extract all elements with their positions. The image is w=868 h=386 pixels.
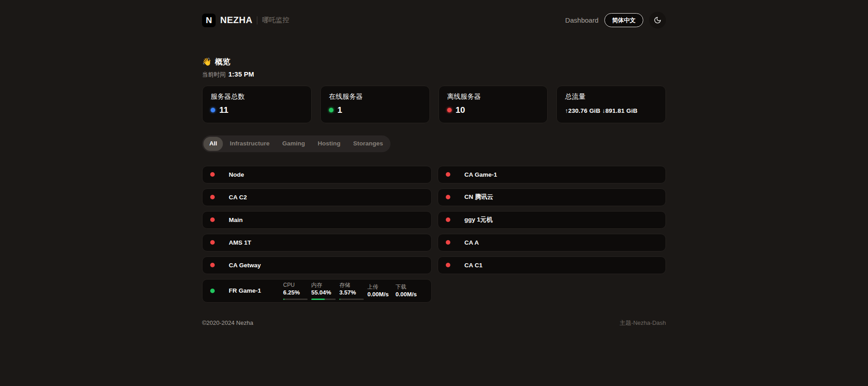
upload-value: 0.00M/s xyxy=(367,290,392,299)
page-footer: ©2020-2024 Nezha 主题-Nezha-Dash xyxy=(202,319,666,327)
cpu-stat: CPU 6.25% xyxy=(283,282,308,300)
server-row-main[interactable]: Main xyxy=(202,211,432,229)
server-name: CN 腾讯云 xyxy=(464,193,493,201)
memory-progress-bar xyxy=(311,299,336,300)
tab-gaming[interactable]: Gaming xyxy=(276,137,311,151)
overview-title-text: 概览 xyxy=(215,57,230,67)
server-row-ca-a[interactable]: CA A xyxy=(438,234,666,251)
nav-dashboard-link[interactable]: Dashboard xyxy=(565,16,598,24)
download-value: 0.00M/s xyxy=(395,290,420,299)
theme-toggle-button[interactable] xyxy=(649,12,666,29)
server-name: CA Game-1 xyxy=(464,171,497,178)
current-time-line: 当前时间 1:35 PM xyxy=(202,70,666,79)
offline-status-dot xyxy=(210,195,215,199)
offline-status-dot xyxy=(210,172,215,177)
server-row-node[interactable]: Node xyxy=(202,166,432,183)
current-time-value: 1:35 PM xyxy=(228,70,254,78)
server-row-ca-c1[interactable]: CA C1 xyxy=(438,256,666,274)
offline-status-dot xyxy=(446,240,450,245)
cpu-value: 6.25% xyxy=(283,289,308,297)
stat-label: 在线服务器 xyxy=(329,92,421,101)
theme-credit-link[interactable]: 主题-Nezha-Dash xyxy=(619,319,666,327)
storage-value: 3.57% xyxy=(339,289,364,297)
cpu-progress-bar xyxy=(283,299,308,300)
stat-value: 10 xyxy=(456,105,465,115)
memory-value: 55.04% xyxy=(311,289,336,297)
stat-card-online-servers[interactable]: 在线服务器 1 xyxy=(320,86,430,123)
upload-label: 上传 xyxy=(367,284,392,290)
server-row-ca-game-1[interactable]: CA Game-1 xyxy=(438,166,666,183)
language-button[interactable]: 简体中文 xyxy=(604,13,643,28)
upload-stat: 上传 0.00M/s xyxy=(367,284,392,299)
offline-status-dot xyxy=(210,263,215,267)
offline-status-dot xyxy=(210,217,215,222)
storage-label: 存储 xyxy=(339,282,364,289)
wave-emoji: 👋 xyxy=(202,57,212,67)
header-actions: Dashboard 简体中文 xyxy=(565,12,666,29)
stat-label: 总流量 xyxy=(565,92,657,101)
server-list: Node CA Game-1 CA C2 CN 腾讯云 Main ggy 1元机… xyxy=(202,166,666,303)
storage-stat: 存储 3.57% xyxy=(339,282,364,300)
stat-card-offline-servers[interactable]: 离线服务器 10 xyxy=(439,86,548,123)
tab-infrastructure[interactable]: Infrastructure xyxy=(224,137,275,151)
server-row-fr-game-1[interactable]: FR Game-1 CPU 6.25% 内存 55.04% 存储 3.57% xyxy=(202,279,432,303)
stat-value: 1 xyxy=(338,105,342,115)
top-header: N NEZHA 哪吒监控 Dashboard 简体中文 xyxy=(202,0,666,29)
dashboard-page: N NEZHA 哪吒监控 Dashboard 简体中文 👋 概览 当前时间 1:… xyxy=(202,0,666,327)
server-row-ggy[interactable]: ggy 1元机 xyxy=(438,211,666,229)
server-row-ca-getway[interactable]: CA Getway xyxy=(202,256,432,274)
server-name: CA Getway xyxy=(229,262,261,269)
offline-status-dot xyxy=(446,172,450,177)
brand-subtitle: 哪吒监控 xyxy=(262,16,289,24)
current-time-label: 当前时间 xyxy=(202,71,226,79)
server-row-ams-1t[interactable]: AMS 1T xyxy=(202,234,432,251)
nezha-logo-icon: N xyxy=(202,14,216,27)
total-dot-icon xyxy=(211,108,215,112)
stat-value: 11 xyxy=(219,105,228,115)
traffic-value: ↑230.76 GiB ↓891.81 GiB xyxy=(565,107,657,114)
stat-cards: 服务器总数 11 在线服务器 1 离线服务器 10 总流量 ↑230.76 Gi… xyxy=(202,86,666,123)
server-name: AMS 1T xyxy=(229,239,251,246)
server-name: Main xyxy=(229,217,243,223)
offline-status-dot xyxy=(210,240,215,245)
brand-logo[interactable]: N NEZHA 哪吒监控 xyxy=(202,14,289,27)
server-row-ca-c2[interactable]: CA C2 xyxy=(202,188,432,206)
server-row-cn-tencent[interactable]: CN 腾讯云 xyxy=(438,188,666,206)
cpu-label: CPU xyxy=(283,282,308,289)
download-stat: 下载 0.00M/s xyxy=(395,284,420,299)
memory-stat: 内存 55.04% xyxy=(311,282,336,300)
copyright-text: ©2020-2024 Nezha xyxy=(202,319,253,326)
offline-status-dot xyxy=(446,195,450,199)
server-name: ggy 1元机 xyxy=(464,216,492,224)
download-label: 下载 xyxy=(395,284,420,290)
memory-label: 内存 xyxy=(311,282,336,289)
page-title: 👋 概览 xyxy=(202,57,666,67)
brand-divider xyxy=(257,16,257,24)
server-live-stats: CPU 6.25% 内存 55.04% 存储 3.57% 上传 0.00M/s xyxy=(283,282,424,300)
filter-tabs-row: All Infrastructure Gaming Hosting Storan… xyxy=(202,135,666,152)
filter-tabs: All Infrastructure Gaming Hosting Storan… xyxy=(202,135,391,152)
server-name: CA C1 xyxy=(464,262,482,269)
tab-storanges[interactable]: Storanges xyxy=(347,137,389,151)
server-name: FR Game-1 xyxy=(229,287,261,294)
server-name: CA C2 xyxy=(229,194,247,201)
offline-status-dot xyxy=(446,263,450,267)
stat-label: 服务器总数 xyxy=(211,92,303,101)
overview-section: 👋 概览 当前时间 1:35 PM xyxy=(202,57,666,79)
brand-name: NEZHA xyxy=(220,15,252,25)
storage-progress-bar xyxy=(339,299,364,300)
online-status-dot xyxy=(210,289,215,293)
stat-card-total-traffic[interactable]: 总流量 ↑230.76 GiB ↓891.81 GiB xyxy=(556,86,666,123)
offline-dot-icon xyxy=(447,108,452,112)
online-dot-icon xyxy=(329,108,333,112)
server-name: Node xyxy=(229,171,244,178)
stat-card-total-servers[interactable]: 服务器总数 11 xyxy=(202,86,312,123)
tab-all[interactable]: All xyxy=(203,137,223,151)
server-name: CA A xyxy=(464,239,479,246)
stat-label: 离线服务器 xyxy=(447,92,540,101)
tab-hosting[interactable]: Hosting xyxy=(312,137,346,151)
offline-status-dot xyxy=(446,217,450,222)
moon-icon xyxy=(654,16,661,24)
